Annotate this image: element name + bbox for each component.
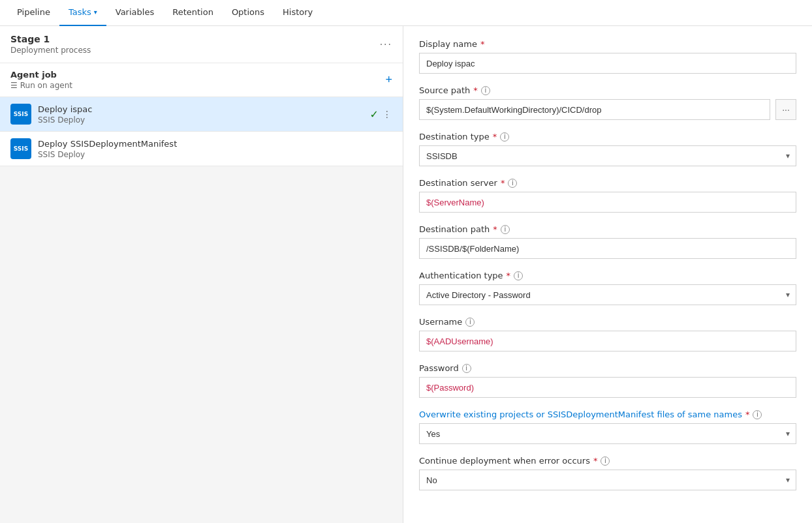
add-task-button[interactable]: + xyxy=(385,73,392,87)
source-path-menu-button[interactable]: ··· xyxy=(775,99,796,120)
destination-type-select[interactable]: SSISDB File System xyxy=(419,145,796,166)
destination-path-required: * xyxy=(493,224,497,234)
field-username: Username i xyxy=(419,317,796,351)
destination-type-label: Destination type xyxy=(419,132,490,142)
task-name-deploy-ispac: Deploy ispac xyxy=(38,104,370,114)
authentication-type-select[interactable]: Active Directory - Password SQL Authenti… xyxy=(419,284,796,305)
task-sub-deploy-manifest: SSIS Deploy xyxy=(38,150,392,159)
destination-server-required: * xyxy=(501,178,505,188)
left-panel: Stage 1 Deployment process ··· Agent job… xyxy=(0,26,403,523)
agent-job-row: Agent job ☰ Run on agent + xyxy=(0,63,403,97)
continue-on-error-label: Continue deployment when error occurs xyxy=(419,456,590,466)
overwrite-select[interactable]: Yes No xyxy=(419,423,796,444)
stage-subtitle: Deployment process xyxy=(10,46,91,55)
field-destination-type: Destination type * i SSISDB File System xyxy=(419,132,796,166)
field-authentication-type: Authentication type * i Active Directory… xyxy=(419,271,796,305)
password-info-icon[interactable]: i xyxy=(462,364,471,373)
username-input[interactable] xyxy=(419,331,796,351)
task-name-deploy-manifest: Deploy SSISDeploymentManifest xyxy=(38,139,392,149)
username-info-icon[interactable]: i xyxy=(465,318,475,327)
task-context-menu-icon[interactable]: ⋮ xyxy=(383,109,392,119)
task-icon-ssis-1: SSIS xyxy=(10,104,31,125)
destination-path-label: Destination path xyxy=(419,224,490,234)
continue-on-error-select[interactable]: No Yes xyxy=(419,470,796,490)
nav-retention[interactable]: Retention xyxy=(163,0,223,26)
destination-type-info-icon[interactable]: i xyxy=(500,132,509,142)
tasks-caret-icon: ▾ xyxy=(94,8,97,16)
task-item-deploy-ssismanifest[interactable]: SSIS Deploy SSISDeploymentManifest SSIS … xyxy=(0,132,403,166)
agent-icon: ☰ xyxy=(10,81,18,90)
display-name-label: Display name xyxy=(419,39,477,49)
nav-tasks[interactable]: Tasks ▾ xyxy=(59,0,106,26)
authentication-type-info-icon[interactable]: i xyxy=(514,271,523,280)
stage-menu-button[interactable]: ··· xyxy=(380,38,392,50)
overwrite-label: Overwrite existing projects or SSISDeplo… xyxy=(419,410,742,419)
authentication-type-label: Authentication type xyxy=(419,271,503,280)
source-path-input[interactable] xyxy=(419,99,770,120)
task-sub-deploy-ispac: SSIS Deploy xyxy=(38,115,370,125)
nav-history[interactable]: History xyxy=(273,0,322,26)
destination-type-required: * xyxy=(493,132,497,142)
task-item-deploy-ispac[interactable]: SSIS Deploy ispac SSIS Deploy ✓ ⋮ xyxy=(0,97,403,132)
task-check-icon: ✓ xyxy=(370,108,379,121)
agent-job-title: Agent job xyxy=(10,70,72,80)
field-continue-on-error: Continue deployment when error occurs * … xyxy=(419,456,796,490)
nav-options[interactable]: Options xyxy=(223,0,273,26)
right-panel: Display name * Source path * i ··· Desti… xyxy=(403,26,812,523)
password-input[interactable] xyxy=(419,377,796,398)
field-source-path: Source path * i ··· xyxy=(419,85,796,120)
authentication-type-required: * xyxy=(507,271,511,280)
destination-server-info-icon[interactable]: i xyxy=(508,179,517,188)
field-password: Password i xyxy=(419,363,796,398)
destination-path-input[interactable] xyxy=(419,238,796,259)
field-destination-path: Destination path * i xyxy=(419,224,796,259)
source-path-required: * xyxy=(473,85,478,95)
field-overwrite: Overwrite existing projects or SSISDeplo… xyxy=(419,410,796,444)
destination-path-info-icon[interactable]: i xyxy=(501,225,510,234)
nav-variables[interactable]: Variables xyxy=(106,0,163,26)
nav-pipeline[interactable]: Pipeline xyxy=(8,0,59,26)
source-path-label: Source path xyxy=(419,85,470,95)
continue-on-error-required: * xyxy=(593,456,598,466)
field-display-name: Display name * xyxy=(419,39,796,74)
agent-job-subtitle: ☰ Run on agent xyxy=(10,81,72,90)
main-layout: Stage 1 Deployment process ··· Agent job… xyxy=(0,26,812,523)
stage-header: Stage 1 Deployment process ··· xyxy=(0,26,403,63)
source-path-info-icon[interactable]: i xyxy=(481,86,490,95)
destination-server-label: Destination server xyxy=(419,178,497,188)
stage-title: Stage 1 xyxy=(10,34,91,44)
overwrite-info-icon[interactable]: i xyxy=(753,410,762,419)
continue-on-error-info-icon[interactable]: i xyxy=(601,456,610,466)
display-name-input[interactable] xyxy=(419,53,796,74)
username-label: Username xyxy=(419,317,462,327)
destination-server-input[interactable] xyxy=(419,192,796,213)
field-destination-server: Destination server * i xyxy=(419,178,796,213)
password-label: Password xyxy=(419,363,459,373)
task-icon-ssis-2: SSIS xyxy=(10,138,31,159)
stage-info: Stage 1 Deployment process xyxy=(10,34,91,55)
overwrite-required: * xyxy=(745,410,750,419)
display-name-required: * xyxy=(480,39,485,49)
top-nav: Pipeline Tasks ▾ Variables Retention Opt… xyxy=(0,0,812,26)
